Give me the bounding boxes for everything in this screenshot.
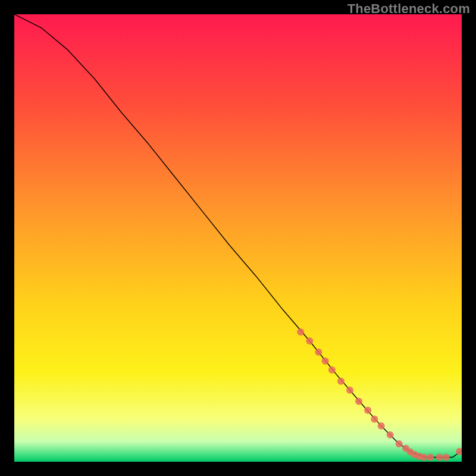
- marker-point: [322, 358, 329, 365]
- marker-point: [355, 397, 362, 405]
- gradient-background: [14, 14, 462, 462]
- marker-point: [443, 453, 450, 461]
- marker-point: [387, 431, 394, 439]
- chart-svg: [14, 14, 462, 462]
- marker-point: [436, 453, 443, 461]
- plot-area: [14, 14, 462, 462]
- marker-point: [378, 422, 385, 430]
- marker-point: [315, 349, 322, 356]
- marker-point: [306, 337, 313, 345]
- chart-frame: TheBottleneck.com: [0, 0, 476, 476]
- marker-point: [364, 407, 371, 414]
- marker-point: [396, 440, 403, 447]
- marker-point: [337, 378, 345, 385]
- marker-point: [297, 328, 304, 336]
- marker-point: [328, 367, 336, 374]
- marker-point: [371, 416, 378, 423]
- marker-point: [420, 453, 427, 461]
- marker-point: [427, 453, 434, 461]
- marker-point: [346, 387, 353, 394]
